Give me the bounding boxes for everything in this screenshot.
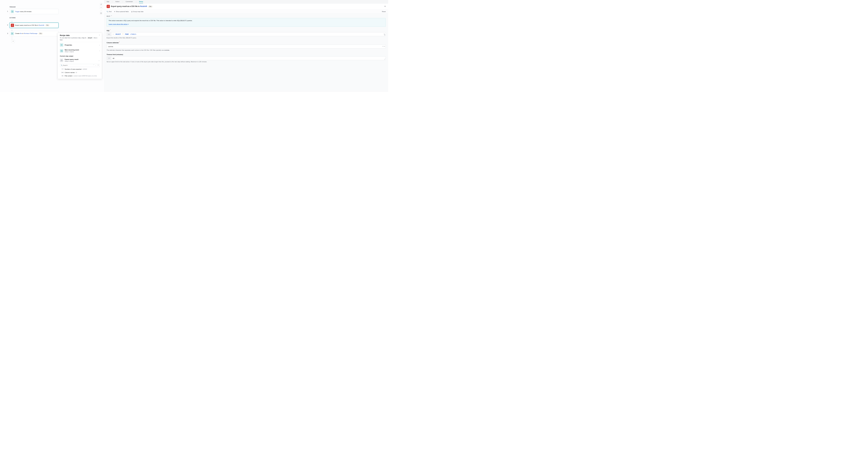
setup-panel: App → Action → Connection → Setup Export… [104,0,389,92]
clear-icon[interactable]: ✕ [382,46,383,47]
canvas-controls: ↺ + − [100,3,102,15]
required-indicator: * [119,41,119,43]
recipe-data-header: ⠿ Recipe data To use data from a previou… [58,33,102,42]
search-datapill-wrap: 🔍 ⌃ ⌄ ✕ [60,64,100,67]
recipe-data-panel: ⠿ Recipe data To use data from a previou… [58,33,102,79]
step-number: 1 [6,9,9,12]
svg-rect-6 [11,33,12,33]
properties-icon [60,43,63,47]
list-item-sublabel: (Step 2 output) [65,60,97,62]
redshift-icon-grey [60,59,63,62]
sql-badge-icon: SQL [107,32,112,36]
step-row-1: 1 Trigger every 30 minutes [6,9,59,14]
step-desc-pre: Export query result as a CSV file in [15,24,39,26]
file-pill: File [45,24,49,26]
trigger-section-label: TRIGGER [9,6,59,8]
fit-view-button[interactable] [100,12,102,15]
wizard-tabs: App → Action → Connection → Setup [104,0,388,3]
chevron-up-icon: ⌃ [111,16,112,17]
panel-toolbar: 🔍Find 👁Show optional fields ▥Group map d… [104,9,388,13]
redshift-icon [106,5,110,8]
datapill-row-columns[interactable]: [ᴀʙᴄ] Column names ID [58,71,102,74]
tab-setup[interactable]: Setup [139,0,143,3]
svg-point-21 [107,6,108,6]
svg-rect-7 [11,33,12,34]
datatype-badge-number: 123 [61,68,64,70]
prev-match-button[interactable]: ⌃ [93,64,95,66]
create-file-step-card[interactable]: Create file in Workato FileStorage File [9,31,59,36]
help-text: This action executes a SQL query and exp… [108,20,384,22]
step-desc-mid: in [22,33,24,34]
step-text: Trigger every 30 minutes [15,10,32,12]
search-icon: 🔍 [61,64,62,66]
next-match-button[interactable]: ⌄ [95,64,97,66]
timeout-input[interactable]: 123 60 [106,56,385,60]
datatype-badge-array: [ᴀʙᴄ] [61,71,64,73]
show-optional-button[interactable]: 👁Show optional fields [114,11,129,12]
recipe-data-title: Recipe data [60,34,100,36]
chevron-right-icon: → [112,1,113,3]
filestorage-icon [11,32,14,35]
step-text: Create file in Workato FileStorage File [15,33,43,34]
zoom-in-button[interactable]: + [100,6,102,9]
trigger-step-card[interactable]: Trigger every 30 minutes [9,9,59,14]
scheduler-icon [11,10,14,13]
step-row-2: 2 Export query result as a CSV file in R… [6,23,59,28]
flow-column: TRIGGER 1 Trigger every 30 minutes ACTIO… [6,6,59,43]
chevron-down-icon[interactable]: ▾ [384,46,385,47]
chevron-right-icon: › [99,50,100,52]
tab-action[interactable]: Action [115,0,119,3]
datapill-row-rows[interactable]: 123 Number of rows exported 100500 [58,67,102,71]
tab-app[interactable]: App [106,0,109,3]
columns-icon: ▥ [131,11,132,12]
add-step-button[interactable]: + [11,39,15,43]
scheduler-icon [60,49,63,53]
datapill-example: 100500 [83,68,87,70]
search-icon: 🔍 [106,11,108,12]
recipe-item-export-result[interactable]: Export query result (Step 2 output) ⌄ [58,57,102,63]
trigger-keyword: Trigger [15,10,20,12]
recipe-canvas: TRIGGER 1 Trigger every 30 minutes ACTIO… [0,0,104,92]
actions-section-label: ACTIONS [9,17,59,19]
list-item-sublabel: (Step 1 output) [65,51,98,53]
clear-search-button[interactable]: ✕ [97,64,99,66]
help-toggle[interactable]: HELP ⌃ [106,16,385,17]
file-pill: File [38,33,43,34]
eye-icon: 👁 [114,11,115,12]
sql-input[interactable]: SQL 1 SELECT * FROM <TABLE> ⇅ [106,32,385,36]
group-map-button[interactable]: ▥Group map data [131,11,143,12]
sort-icon[interactable]: ⇅ [384,33,385,35]
step-app: Workato FileStorage [24,33,37,34]
datapill-example: content read 10485760 bytes at a time [73,75,97,76]
panel-body: HELP ⌃ This action executes a SQL query … [104,13,388,92]
learn-more-link[interactable]: Learn more about this action [108,23,128,25]
resize-handle[interactable] [384,58,385,60]
recipe-item-properties[interactable]: Properties › [58,42,102,48]
recipe-item-recurring-event[interactable]: New recurring event (Step 1 output) › [58,48,102,54]
panel-title: Export query result as a CSV file in Red… [111,5,152,7]
tab-connection[interactable]: Connection [126,0,133,3]
reset-button[interactable]: Reset [382,11,386,12]
chevron-down-icon: ⌄ [98,59,100,61]
datapill-name: File content [65,75,72,77]
datapill-name: Column names [65,71,75,73]
zoom-out-button[interactable]: − [100,9,102,11]
step-desc-pre: Create [15,33,20,34]
export-step-card[interactable]: Export query result as a CSV file in Red… [9,23,59,28]
drag-handle-icon[interactable]: ⠿ [99,34,100,36]
delimiter-select[interactable]: comma ✕ ▾ [106,45,385,48]
step-row-3: 3 Create file in Workato FileStorage Fil… [6,31,59,36]
datapill-row-filecontent[interactable]: ᴀʙᴄ File content content read 10485760 b… [58,74,102,77]
find-button[interactable]: 🔍Find [106,11,112,12]
file-pill: File [148,6,153,7]
line-number: 1 [113,33,116,35]
field-help: Export the results of this SQL (SELECT) … [106,37,385,39]
undo-button[interactable]: ↺ [100,3,102,6]
field-label: SQL [106,30,110,32]
redshift-icon [11,24,14,27]
help-callout: This action executes a SQL query and exp… [106,18,385,27]
sql-field: SQL* SQL 1 SELECT * FROM <TABLE> ⇅ Expor… [106,29,385,39]
step-text: Export query result as a CSV file in Red… [15,24,49,26]
datapill-name: Number of rows exported [65,68,82,70]
close-panel-button[interactable]: ✕ [384,5,386,7]
